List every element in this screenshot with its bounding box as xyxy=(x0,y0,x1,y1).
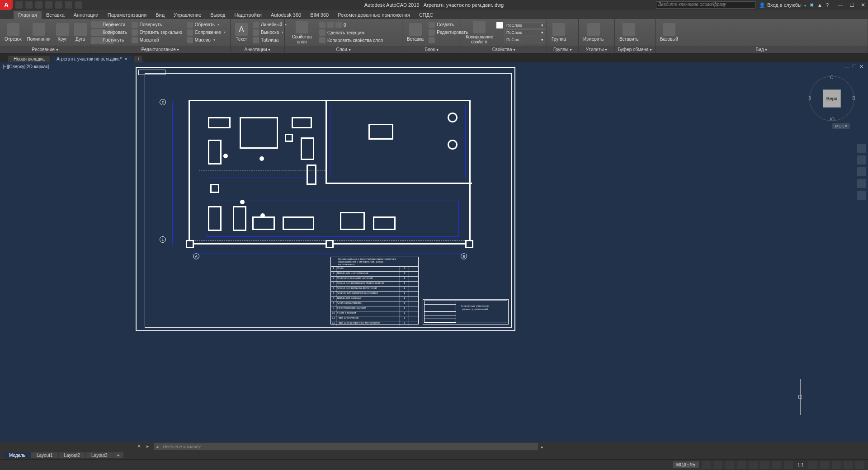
linetype-select[interactable]: ПоСло…▾ xyxy=(505,37,545,43)
qat-save-icon[interactable] xyxy=(35,1,42,9)
group-button[interactable]: Группа xyxy=(550,22,568,42)
panel-modify-title[interactable]: Редактирование ▾ xyxy=(90,46,230,53)
baseview-button[interactable]: Базовый xyxy=(658,22,680,42)
pan-icon[interactable] xyxy=(857,155,866,164)
zoom-icon[interactable] xyxy=(857,167,866,176)
cloud-icon[interactable]: ▲ xyxy=(817,2,822,8)
insert-block-button[interactable]: Вставка xyxy=(405,22,425,42)
color-select[interactable]: ПоСлою▾ xyxy=(505,22,545,29)
search-input[interactable]: Введите ключевое слово/фразу xyxy=(656,1,755,9)
exchange-icon[interactable]: ✖ xyxy=(810,2,814,8)
tab-output[interactable]: Вывод xyxy=(206,11,230,19)
annotation-scale[interactable]: 1:1 xyxy=(796,462,806,467)
tab-addins[interactable]: Надстройки xyxy=(230,11,266,19)
hardware-icon[interactable] xyxy=(832,461,841,469)
showmotion-icon[interactable] xyxy=(857,191,866,200)
cmd-history-icon[interactable]: ▴ xyxy=(541,444,543,450)
cmd-close-icon[interactable]: ✕ xyxy=(136,443,142,450)
drawing-canvas[interactable]: [−][Сверху][2D-каркас] — ☐ ✕ Верх С Ю В … xyxy=(0,62,868,442)
panel-groups-title[interactable]: Группы ▾ xyxy=(547,46,578,53)
panel-view-title[interactable]: Вид ▾ xyxy=(656,46,868,53)
rotate-button[interactable]: Повернуть xyxy=(130,21,184,28)
qat-saveas-icon[interactable] xyxy=(45,1,52,9)
qat-undo-icon[interactable] xyxy=(65,1,72,9)
osnap-icon[interactable] xyxy=(749,461,758,469)
circle-button[interactable]: Круг xyxy=(54,22,71,42)
table-button[interactable]: Таблица xyxy=(251,37,288,44)
layer-selector[interactable]: 0 xyxy=(318,21,399,28)
copy-button[interactable]: Копировать xyxy=(93,29,128,36)
clean-icon[interactable] xyxy=(844,461,853,469)
layer-props-button[interactable]: Свойства слоя xyxy=(288,20,316,45)
close-button[interactable]: ✕ xyxy=(861,2,865,8)
tab-manage[interactable]: Управление xyxy=(169,11,206,19)
paste-button[interactable]: Вставить xyxy=(618,22,640,42)
make-current-button[interactable]: Сделать текущим xyxy=(318,29,399,36)
lwt-icon[interactable] xyxy=(772,461,781,469)
gear-icon[interactable] xyxy=(808,461,817,469)
vp-close-icon[interactable]: ✕ xyxy=(859,64,863,70)
model-space-button[interactable]: МОДЕЛЬ xyxy=(673,461,699,468)
tab-featured[interactable]: Рекомендованные приложения xyxy=(333,11,415,19)
signin-button[interactable]: 👤 Вход в службы xyxy=(759,2,806,8)
layout-1[interactable]: Layout1 xyxy=(31,452,59,458)
polar-icon[interactable] xyxy=(737,461,746,469)
stretch-button[interactable]: Растянуть xyxy=(93,37,128,44)
wcs-selector[interactable]: МСК ▾ xyxy=(832,123,850,129)
panel-draw-title[interactable]: Рисование ▾ xyxy=(0,46,90,53)
copy-layer-props-button[interactable]: Копировать свойства слоя xyxy=(318,37,399,44)
tab-a360[interactable]: Autodesk 360 xyxy=(266,11,306,19)
tab-bim360[interactable]: BIM 360 xyxy=(306,11,333,19)
panel-clip-title[interactable]: Буфер обмена ▾ xyxy=(615,46,655,53)
lineweight-select[interactable]: ПоСлою▾ xyxy=(505,29,545,36)
array-button[interactable]: Массив xyxy=(185,37,227,44)
orbit-icon[interactable] xyxy=(857,179,866,188)
close-icon[interactable]: ✕ xyxy=(124,57,128,61)
layout-3[interactable]: Layout3 xyxy=(86,452,113,458)
qat-print-icon[interactable] xyxy=(55,1,62,9)
otrack-icon[interactable] xyxy=(760,461,769,469)
vp-min-icon[interactable]: — xyxy=(844,64,849,70)
tab-home[interactable]: Главная xyxy=(14,11,42,19)
snap-icon[interactable] xyxy=(713,461,722,469)
color-swatch[interactable] xyxy=(496,22,503,28)
move-button[interactable]: Перенести xyxy=(93,21,128,28)
viewport-label[interactable]: [−][Сверху][2D-каркас] xyxy=(3,64,49,69)
tab-spds[interactable]: СПДС xyxy=(415,11,438,19)
line-button[interactable]: Отрезок xyxy=(3,22,24,42)
panel-annot-title[interactable]: Аннотации ▾ xyxy=(231,46,284,53)
panel-layers-title[interactable]: Слои ▾ xyxy=(285,46,402,53)
scale-button[interactable]: Масштаб xyxy=(130,37,184,44)
customize-icon[interactable] xyxy=(855,461,864,469)
tab-parametric[interactable]: Параметризация xyxy=(103,11,151,19)
filetab-add[interactable]: + xyxy=(134,56,142,62)
layout-add[interactable]: + xyxy=(113,452,124,458)
trim-button[interactable]: Обрезать xyxy=(185,21,227,28)
text-button[interactable]: AТекст xyxy=(233,22,250,42)
cmd-menu-icon[interactable]: ▸ xyxy=(145,443,151,450)
command-input[interactable]: ▸_Введите команду xyxy=(154,443,538,450)
polyline-button[interactable]: Полилиния xyxy=(25,22,52,42)
tab-annotate[interactable]: Аннотации xyxy=(69,11,103,19)
isolate-icon[interactable] xyxy=(820,461,829,469)
leader-button[interactable]: Выноска xyxy=(251,29,288,36)
minimize-button[interactable]: — xyxy=(838,2,843,8)
tab-view[interactable]: Вид xyxy=(151,11,169,19)
panel-props-title[interactable]: Свойства ▾ xyxy=(461,46,547,53)
dim-linear-button[interactable]: Линейный xyxy=(251,21,288,28)
app-logo[interactable]: A xyxy=(0,0,13,10)
fillet-button[interactable]: Сопряжение xyxy=(185,29,227,36)
tab-insert[interactable]: Вставка xyxy=(42,11,69,19)
panel-block-title[interactable]: Блок ▾ xyxy=(402,46,461,53)
filetab-new[interactable]: Новая вкладка xyxy=(8,56,50,62)
qat-new-icon[interactable] xyxy=(15,1,23,9)
grid-icon[interactable] xyxy=(702,461,711,469)
panel-utils-title[interactable]: Утилиты ▾ xyxy=(579,46,614,53)
layout-model[interactable]: Модель xyxy=(4,452,31,458)
match-props-button[interactable]: Копирование свойств xyxy=(464,20,495,45)
qat-redo-icon[interactable] xyxy=(75,1,82,9)
measure-button[interactable]: Измерить xyxy=(581,22,605,42)
vp-max-icon[interactable]: ☐ xyxy=(852,64,857,70)
viewcube[interactable]: Верх С Ю В З xyxy=(809,76,854,121)
arc-button[interactable]: Дуга xyxy=(72,22,89,42)
